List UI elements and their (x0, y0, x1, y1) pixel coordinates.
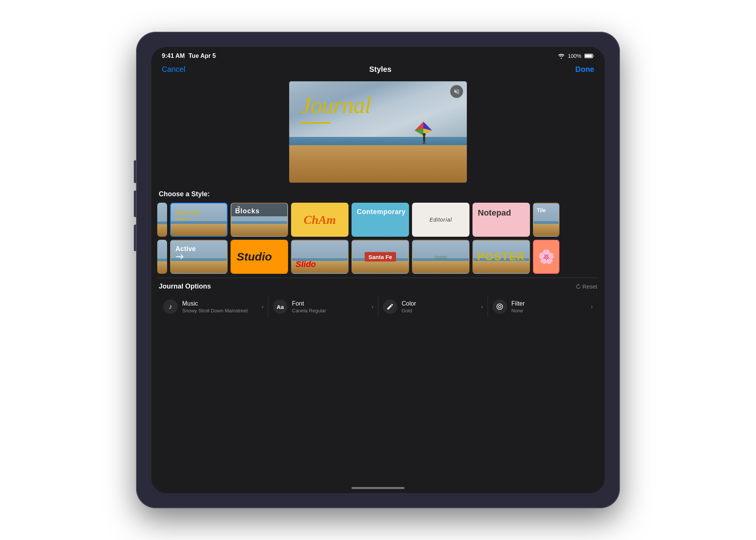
style-grid: Journal Blocks (157, 203, 599, 274)
contemporary-card-label: Contemporary (357, 208, 406, 216)
studio-card-label: Studio (237, 250, 272, 263)
options-title: Journal Options (159, 282, 211, 290)
style-card-smiley[interactable]: 🌸 (533, 240, 559, 274)
option-color-value: Gold (402, 308, 477, 313)
svg-point-7 (423, 133, 426, 136)
status-date: Tue Apr 5 (189, 53, 216, 59)
battery-percentage: 100% (568, 53, 581, 59)
style-card-editorial[interactable]: Editorial (412, 203, 469, 237)
option-color-name: Color (402, 300, 477, 307)
svg-rect-8 (423, 136, 425, 141)
editorial-card-label: Editorial (429, 217, 452, 223)
option-music-text: Music Snowy Stroll Down Mainstreet (182, 300, 257, 313)
style-card-tile[interactable]: Tile (533, 203, 559, 237)
filter-icon-container (493, 299, 507, 314)
preview-title: Journal (301, 92, 371, 119)
option-music-name: Music (182, 300, 257, 307)
option-color-text: Color Gold (402, 300, 477, 313)
style-card-contemporary[interactable]: Contemporary (352, 203, 409, 237)
font-icon-container: Aa (273, 299, 287, 314)
option-filter[interactable]: Filter None › (488, 296, 597, 318)
style-row-2: Active Studio (157, 240, 599, 274)
filter-circle-icon (496, 303, 503, 310)
option-font-value: Canela Regular (292, 308, 367, 313)
main-content: Journal Choose a Style: (151, 78, 605, 483)
style-section-label: Choose a Style: (157, 190, 599, 198)
slide-card-label: Slido (296, 259, 316, 269)
battery-icon (584, 53, 594, 59)
poster-card-label: POSTER (477, 251, 525, 263)
santafe-card-label: Santa Fe (365, 252, 396, 262)
status-bar: 9:41 AM Tue Apr 5 100% (151, 47, 605, 63)
active-arrow-icon (176, 254, 184, 259)
nav-title: Styles (369, 65, 392, 74)
filter-chevron-icon: › (591, 304, 593, 310)
font-chevron-icon: › (372, 304, 373, 310)
water-strip (289, 137, 467, 145)
style-section: Choose a Style: (157, 189, 599, 275)
style-card-charm[interactable]: ChAm (291, 203, 349, 237)
style-card-notepad[interactable]: Notepad (472, 203, 530, 237)
style-card-santafe[interactable]: Santa Fe (352, 240, 409, 274)
color-pencil-icon (386, 303, 394, 310)
journal-card-underline (175, 219, 190, 219)
style-card-active[interactable]: Active (170, 240, 228, 274)
style-row-1: Journal Blocks (157, 203, 599, 237)
options-section: Journal Options Reset ♪ (157, 278, 599, 318)
volume-up-button[interactable] (134, 191, 136, 217)
nav-bar: Cancel Styles Done (151, 63, 605, 78)
option-music-value: Snowy Stroll Down Mainstreet (182, 308, 257, 313)
style-card-laurel[interactable]: laurel (412, 240, 469, 274)
option-filter-name: Filter (511, 300, 587, 307)
option-filter-text: Filter None (511, 300, 587, 313)
style-card-poster[interactable]: POSTER (472, 240, 530, 274)
svg-point-13 (498, 306, 501, 308)
style-card-studio[interactable]: Studio (231, 240, 288, 274)
options-header: Journal Options Reset (159, 282, 597, 290)
style-card-partial[interactable] (157, 203, 167, 237)
option-color[interactable]: Color Gold › (378, 296, 488, 318)
preview-underline (301, 122, 331, 124)
option-music[interactable]: ♪ Music Snowy Stroll Down Mainstreet › (159, 296, 268, 318)
mute-button[interactable] (450, 85, 463, 98)
notepad-card-label: Notepad (478, 208, 511, 218)
ipad-screen: 9:41 AM Tue Apr 5 100% Cancel Styles Don… (151, 47, 605, 493)
svg-rect-1 (585, 55, 592, 57)
journal-card-label: Journal (175, 207, 200, 217)
reset-label: Reset (582, 283, 597, 290)
music-chevron-icon: › (262, 304, 264, 310)
style-card-slide[interactable]: Slido (291, 240, 349, 274)
svg-point-12 (497, 304, 502, 310)
music-icon: ♪ (169, 303, 172, 311)
blocks-arrow-icon (234, 206, 240, 212)
home-bar[interactable] (352, 487, 404, 489)
options-row: ♪ Music Snowy Stroll Down Mainstreet › A… (159, 296, 597, 318)
laurel-card-label: laurel (435, 254, 447, 260)
ipad-device: 9:41 AM Tue Apr 5 100% Cancel Styles Don… (136, 32, 620, 508)
cancel-button[interactable]: Cancel (162, 65, 185, 74)
wifi-icon (558, 53, 565, 59)
done-button[interactable]: Done (575, 65, 594, 74)
smiley-icon: 🌸 (538, 249, 555, 265)
preview-container: Journal (157, 78, 599, 189)
option-font-text: Font Canela Regular (292, 300, 367, 313)
option-filter-value: None (511, 308, 587, 313)
font-icon: Aa (277, 304, 284, 310)
style-card-partial-2[interactable] (157, 240, 167, 274)
color-chevron-icon: › (481, 304, 483, 310)
status-time: 9:41 AM (162, 53, 185, 59)
person-icon (421, 133, 427, 144)
charm-card-label: ChAm (304, 213, 336, 227)
style-card-journal[interactable]: Journal (170, 203, 228, 237)
home-indicator (151, 483, 605, 493)
reset-button[interactable]: Reset (576, 283, 597, 290)
svg-line-10 (424, 141, 425, 144)
active-card-label: Active (175, 245, 196, 253)
style-card-blocks[interactable]: Blocks (231, 203, 288, 237)
option-font[interactable]: Aa Font Canela Regular › (268, 296, 378, 318)
volume-down-button[interactable] (134, 225, 136, 251)
music-icon-container: ♪ (163, 299, 178, 314)
preview-frame: Journal (289, 81, 467, 183)
option-font-name: Font (292, 300, 367, 307)
reset-icon (576, 284, 581, 289)
